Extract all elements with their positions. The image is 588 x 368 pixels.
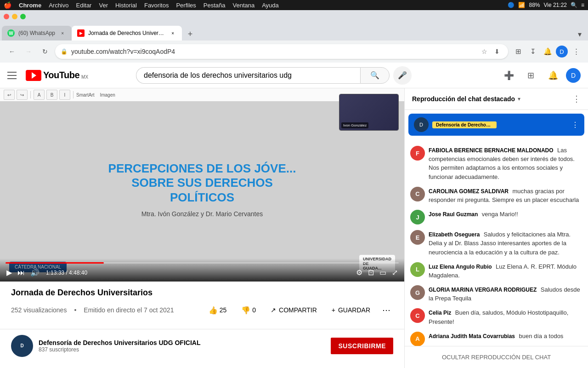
menu-perfiles[interactable]: Perfiles — [176, 2, 196, 9]
tab-youtube-close[interactable]: × — [169, 29, 176, 37]
menu-ayuda[interactable]: Ayuda — [262, 2, 279, 9]
apps-icon[interactable]: ⊞ — [522, 66, 540, 85]
toolbar-btn-4[interactable]: B — [46, 90, 57, 100]
youtube-mic-button[interactable]: 🎤 — [393, 66, 412, 85]
divider-1 — [0, 329, 404, 329]
settings-button[interactable]: ⚙ — [355, 267, 363, 278]
download-icon[interactable]: ⬇ — [492, 46, 503, 57]
menu-historial[interactable]: Historial — [115, 2, 137, 9]
menu-pestana[interactable]: Pestaña — [204, 2, 226, 9]
window-maximize-button[interactable] — [20, 14, 26, 19]
tab-whatsapp[interactable]: W (60) WhatsApp × — [2, 26, 72, 40]
tab-whatsapp-close[interactable]: × — [59, 29, 66, 37]
menu-archivo[interactable]: Archivo — [49, 2, 68, 9]
toolbar-btn-3[interactable]: A — [34, 90, 45, 100]
create-video-button[interactable]: ➕ — [500, 66, 518, 85]
msg-avatar: A — [410, 332, 425, 346]
menu-ventana[interactable]: Ventana — [232, 2, 254, 9]
slide-presenters: Mtra. Ivón González y Dr. Mario Cervante… — [108, 210, 296, 218]
msg-content: Adriana Judith Mata Covarrubias buen día… — [429, 332, 582, 340]
theater-mode-button[interactable]: ▭ — [379, 267, 387, 278]
save-label: GUARDAR — [338, 306, 370, 314]
youtube-search-button[interactable]: 🔍 — [360, 67, 390, 84]
notifications-bell-button[interactable]: 🔔 — [544, 66, 562, 85]
notifications-icon[interactable]: 🔔 — [541, 45, 554, 58]
msg-text: buen día a todos — [519, 333, 564, 339]
forward-button[interactable]: → — [22, 45, 35, 58]
chat-more-button[interactable]: ⋮ — [572, 94, 581, 104]
menubar-options-icon[interactable]: ≡ — [581, 2, 584, 8]
menu-ver[interactable]: Ver — [99, 2, 108, 9]
hamburger-menu-button[interactable] — [7, 70, 18, 81]
msg-avatar: F — [410, 146, 425, 161]
progress-bar[interactable] — [6, 262, 399, 264]
chrome-menu-icon[interactable]: ⋮ — [570, 45, 582, 58]
window-close-button[interactable] — [4, 14, 9, 19]
new-tab-button[interactable]: + — [184, 28, 197, 40]
play-pause-button[interactable]: ▶ — [6, 267, 13, 278]
save-tab-icon[interactable]: ↧ — [526, 45, 539, 58]
msg-content: Jose Raul Guzman venga Mario!! — [429, 210, 582, 218]
next-button[interactable]: ⏭ — [17, 268, 26, 278]
extensions-icon[interactable]: ⊞ — [512, 45, 525, 58]
chrome-tabs-bar: W (60) WhatsApp × ▶ Jornada de Derechos … — [0, 23, 588, 40]
save-button[interactable]: + GUARDAR — [326, 304, 376, 316]
msg-name: Luz Elena Angulo Rubio — [429, 264, 492, 270]
total-time: 4:48:40 — [69, 270, 87, 276]
menu-chrome[interactable]: Chrome — [19, 2, 41, 9]
video-player[interactable]: ↩ ↪ A B I SmartArt Imagen PERCEPCIONES D… — [0, 88, 404, 282]
chrome-profile-avatar[interactable]: D — [556, 46, 568, 58]
video-section: ↩ ↪ A B I SmartArt Imagen PERCEPCIONES D… — [0, 88, 404, 368]
current-time: 1:13:33 — [46, 270, 64, 276]
search-icon[interactable]: 🔍 — [571, 2, 577, 8]
address-bar[interactable]: 🔒 youtube.com/watch?v=xi9coqAodP4 ☆ ⬇ — [55, 44, 508, 59]
toolbar-btn-5[interactable]: I — [59, 90, 70, 100]
mute-button[interactable]: 🔊 — [29, 267, 40, 278]
toolbar-btn-1[interactable]: ↩ — [4, 90, 15, 100]
chrome-right-icons: ⊞ ↧ 🔔 D ⋮ — [512, 45, 582, 58]
menu-editar[interactable]: Editar — [76, 2, 91, 9]
channel-name[interactable]: Defensoría de Derechos Universitarios UD… — [39, 339, 325, 346]
chat-message-item: F FABIOLA BERENICE BERNACHE MALDONADO La… — [408, 143, 584, 184]
dislike-button[interactable]: 👎 0 — [236, 303, 261, 317]
tab-youtube[interactable]: ▶ Jornada de Derechos Universi... × — [72, 26, 182, 40]
channel-info: Defensoría de Derechos Universitarios UD… — [39, 339, 325, 353]
chat-chevron-icon: ▾ — [518, 96, 520, 102]
slide-content: PERCEPCIONES DE LOS JÓVE...SOBRE SUS DER… — [99, 152, 305, 227]
youtube-search-input[interactable] — [136, 67, 360, 84]
msg-avatar: L — [410, 262, 425, 277]
pinned-more-button[interactable]: ⋮ — [571, 121, 579, 129]
msg-content: CAROLINA GOMEZ SALDIVAR muchas gracias p… — [429, 187, 582, 204]
youtube-main-content: ↩ ↪ A B I SmartArt Imagen PERCEPCIONES D… — [0, 88, 588, 368]
channel-avatar[interactable]: D — [11, 335, 33, 357]
hamburger-line-1 — [7, 72, 17, 73]
bookmark-icon[interactable]: ☆ — [479, 46, 490, 57]
subscribe-button[interactable]: SUSCRIBIRME — [331, 338, 393, 354]
apple-icon[interactable]: 🍎 — [4, 1, 11, 9]
progress-bar-fill — [6, 262, 104, 264]
chat-title-row[interactable]: Reproducción del chat destacado ▾ — [412, 95, 520, 103]
more-options-button[interactable]: ⋯ — [379, 302, 393, 318]
youtube-user-avatar[interactable]: D — [566, 68, 581, 83]
chat-footer: OCULTAR REPRODUCCIÓN DEL CHAT — [405, 346, 588, 368]
toolbar-btn-2[interactable]: ↪ — [17, 90, 28, 100]
controls-right: ⚙ ⊡ ▭ ⤢ — [355, 267, 399, 278]
chat-panel: Reproducción del chat destacado ▾ ⋮ D De… — [404, 88, 588, 368]
msg-content: Celia Piz Buen día, saludos, Módulo Host… — [429, 308, 582, 326]
refresh-button[interactable]: ↻ — [39, 45, 51, 58]
window-minimize-button[interactable] — [12, 14, 17, 19]
chat-header: Reproducción del chat destacado ▾ ⋮ — [405, 88, 588, 110]
back-button[interactable]: ← — [6, 45, 18, 58]
like-button[interactable]: 👍 25 — [203, 303, 232, 317]
fullscreen-button[interactable]: ⤢ — [391, 267, 399, 278]
channel-subscribers: 837 suscriptores — [39, 346, 325, 353]
share-button[interactable]: ↗ COMPARTIR — [265, 304, 322, 316]
miniplayer-button[interactable]: ⊡ — [367, 267, 375, 278]
slide-title: PERCEPCIONES DE LOS JÓVE...SOBRE SUS DER… — [108, 161, 296, 205]
toolbar-sep-1 — [30, 91, 31, 98]
chrome-profile-dropdown-icon[interactable]: ▾ — [573, 28, 586, 40]
chat-message-item: C CAROLINA GOMEZ SALDIVAR muchas gracias… — [408, 184, 584, 207]
hide-replay-button[interactable]: OCULTAR REPRODUCCIÓN DEL CHAT — [412, 352, 581, 362]
youtube-logo[interactable]: YouTube MX — [26, 70, 88, 81]
menu-favoritos[interactable]: Favoritos — [144, 2, 169, 9]
